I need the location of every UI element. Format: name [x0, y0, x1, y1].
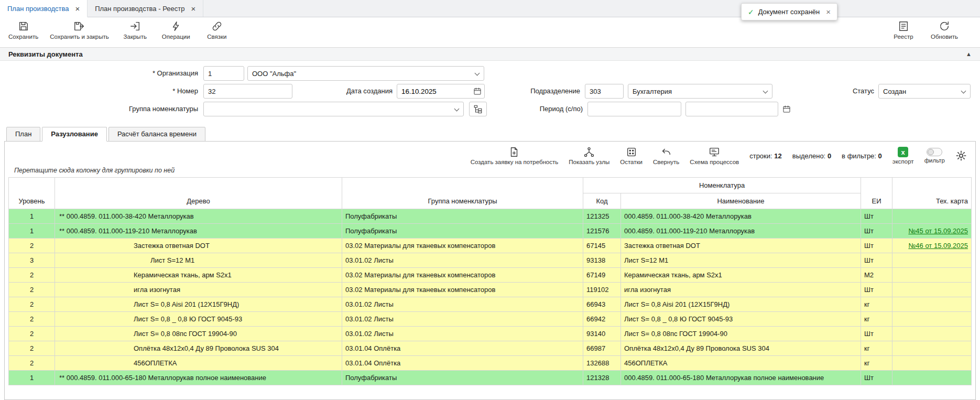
- process-diagram-button[interactable]: Схема процессов: [690, 146, 739, 165]
- cell-tree: Оплётка 48x12x0,4 Ду 89 Проволока SUS 30…: [55, 341, 342, 356]
- organization-code-field[interactable]: [203, 66, 244, 81]
- filter-toggle-button[interactable]: фильтр: [924, 148, 945, 164]
- selected-counter-value: 0: [827, 152, 831, 160]
- table-row[interactable]: 2 Лист S= 0,8 08пс ГОСТ 19904-90 03.01.0…: [9, 327, 972, 341]
- cell-tech-card: №46 от 15.09.2025: [892, 239, 972, 253]
- save-and-close-button[interactable]: Сохранить и закрыть: [50, 20, 109, 40]
- tech-card-link[interactable]: №46 от 15.09.2025: [908, 242, 968, 250]
- collapse-button[interactable]: Свернуть: [653, 146, 679, 165]
- table-row[interactable]: 1 ** 000.4859. 011.000-38-420 Металлорук…: [9, 209, 972, 224]
- table-body: 1 ** 000.4859. 011.000-38-420 Металлорук…: [9, 209, 972, 385]
- links-button[interactable]: Связки: [202, 20, 232, 40]
- cell-tree: Лист S= 0,8 _ 0,8 Ю ГОСТ 9045-93: [55, 312, 342, 327]
- refresh-button[interactable]: Обновить: [930, 20, 959, 40]
- refresh-icon: [939, 20, 950, 32]
- cell-tree: Лист S=12 М1: [55, 253, 342, 268]
- cell-unit: Шт: [861, 253, 892, 268]
- column-header-tech-card[interactable]: Тех. карта: [892, 178, 972, 209]
- nomenclature-group-select[interactable]: [203, 102, 464, 116]
- column-header-nomenclature[interactable]: Номенклатура: [583, 178, 861, 193]
- tech-card-link[interactable]: №45 от 15.09.2025: [908, 227, 968, 235]
- save-button[interactable]: Сохранить: [8, 20, 38, 40]
- window-tab-production-plan[interactable]: План производства ×: [0, 0, 88, 17]
- cell-level: 2: [9, 327, 55, 341]
- toggle-knob: [928, 149, 934, 155]
- toast-close-icon[interactable]: ×: [826, 7, 831, 16]
- button-label: Реестр: [894, 34, 913, 40]
- gear-icon[interactable]: [955, 150, 967, 161]
- close-button[interactable]: Закрыть: [121, 20, 150, 40]
- table-row[interactable]: 1 ** 000.4859. 011.000-65-180 Металлорук…: [9, 371, 972, 385]
- cell-tree: ** 000.4859. 011.000-65-180 Металлорукав…: [55, 371, 342, 385]
- lightning-icon: [170, 20, 182, 32]
- creation-date-field[interactable]: [397, 84, 485, 99]
- cell-name: Лист S= 0,8 _ 0,8 Ю ГОСТ 9045-93: [621, 312, 861, 327]
- tab-plan[interactable]: План: [6, 127, 40, 142]
- cell-name: 456ОПЛЕТКА: [621, 356, 861, 371]
- document-plus-icon: [508, 146, 520, 158]
- organization-select[interactable]: ООО "Альфа": [247, 66, 484, 81]
- division-code-field[interactable]: [585, 84, 624, 99]
- registry-button[interactable]: Реестр: [889, 20, 918, 40]
- table-row[interactable]: 3 Лист S=12 М1 03.01.02 Листы 93138 Лист…: [9, 253, 972, 268]
- tab-close-icon[interactable]: ×: [75, 5, 80, 13]
- cell-tree: 456ОПЛЕТКА: [55, 356, 342, 371]
- organization-select-value: ООО "Альфа": [252, 70, 296, 78]
- table-row[interactable]: 2 игла изогнутая 03.02 Материалы для тка…: [9, 283, 972, 297]
- cell-unit: Шт: [861, 371, 892, 385]
- column-header-level[interactable]: Уровень: [9, 178, 55, 209]
- status-select[interactable]: Создан: [878, 84, 971, 99]
- button-label: фильтр: [924, 157, 945, 164]
- excel-export-button[interactable]: x экспорт: [892, 147, 914, 165]
- period-to-field[interactable]: [685, 102, 778, 116]
- period-from-field[interactable]: [587, 102, 681, 116]
- table-row[interactable]: 2 Оплётка 48x12x0,4 Ду 89 Проволока SUS …: [9, 341, 972, 356]
- cell-unit: М2: [861, 268, 892, 283]
- nomenclature-tree-button[interactable]: [469, 102, 487, 116]
- tab-time-balance[interactable]: Расчёт баланса времени: [108, 127, 205, 142]
- cell-code: 121576: [583, 224, 621, 239]
- create-demand-request-button[interactable]: Создать заявку на потребность: [471, 146, 559, 165]
- cell-unit: Шт: [861, 209, 892, 224]
- cell-code: 93138: [583, 253, 621, 268]
- calendar-icon[interactable]: [782, 105, 791, 113]
- show-nodes-button[interactable]: Показать узлы: [569, 146, 609, 165]
- cell-name: игла изогнутая: [621, 283, 861, 297]
- division-select[interactable]: Бухгалтерия: [628, 84, 772, 99]
- button-label: Операции: [162, 34, 190, 40]
- chevron-down-icon: [475, 71, 480, 76]
- number-field[interactable]: [203, 84, 292, 99]
- requisites-section-header[interactable]: Реквизиты документа ▲: [0, 47, 980, 61]
- save-icon: [18, 20, 29, 32]
- table-row[interactable]: 1 ** 000.4859. 011.000-119-210 Металлору…: [9, 224, 972, 239]
- remainders-button[interactable]: Остатки: [620, 146, 643, 165]
- requisites-form: * Организация ООО "Альфа" * Номер Дата с…: [0, 61, 980, 123]
- cell-level: 2: [9, 268, 55, 283]
- button-label: Свернуть: [653, 159, 679, 165]
- toggle-switch-icon[interactable]: [927, 148, 942, 156]
- cell-group: 03.01.04 Оплётка: [342, 341, 583, 356]
- column-header-code[interactable]: Код: [583, 193, 621, 209]
- tab-close-icon[interactable]: ×: [191, 5, 195, 13]
- cell-code: 66943: [583, 297, 621, 312]
- tab-razuzlovanie[interactable]: Разузлование: [42, 127, 107, 142]
- button-label: Показать узлы: [569, 159, 609, 165]
- table-row[interactable]: 2 Лист S= 0,8 _ 0,8 Ю ГОСТ 9045-93 03.01…: [9, 312, 972, 327]
- column-header-group[interactable]: Группа номенклатуры: [342, 178, 583, 209]
- window-tab-label: План производства - Реестр: [95, 5, 184, 13]
- cell-code: 121328: [583, 371, 621, 385]
- table-row[interactable]: 2 Лист S= 0,8 Aisi 201 (12Х15Г9НД) 03.01…: [9, 297, 972, 312]
- column-header-name[interactable]: Наименование: [621, 193, 861, 209]
- cell-level: 2: [9, 283, 55, 297]
- cell-group: 03.02 Материалы для тканевых компенсатор…: [342, 268, 583, 283]
- table-row[interactable]: 2 Застежка ответная DOT 03.02 Материалы …: [9, 239, 972, 253]
- operations-button[interactable]: Операции: [161, 20, 191, 40]
- collapse-arrow-icon[interactable]: ▲: [966, 51, 972, 57]
- window-tab-production-plan-registry[interactable]: План производства - Реестр ×: [88, 0, 203, 17]
- table-row[interactable]: 2 456ОПЛЕТКА 03.01.04 Оплётка 132688 456…: [9, 356, 972, 371]
- table-row[interactable]: 2 Керамическая ткань, арм S2x1 03.02 Мат…: [9, 268, 972, 283]
- column-header-tree[interactable]: Дерево: [55, 178, 342, 209]
- column-header-unit[interactable]: ЕИ: [861, 178, 892, 209]
- nodes-network-icon: [583, 146, 595, 158]
- calendar-icon[interactable]: [473, 87, 482, 95]
